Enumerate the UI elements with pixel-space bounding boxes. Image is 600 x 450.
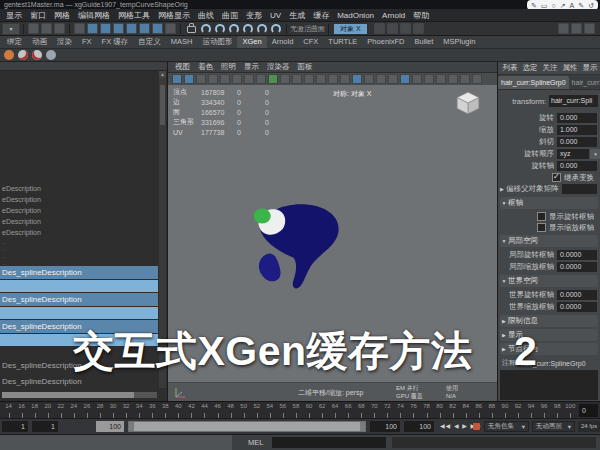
timeline-tick[interactable]: 24 [67, 402, 80, 419]
menuset-dropdown[interactable]: ▾ [2, 23, 20, 35]
viewport-toolbar-icon[interactable] [220, 74, 230, 84]
viewport-toolbar-icon[interactable] [292, 74, 302, 84]
viewport-toolbar-icon[interactable] [412, 74, 422, 84]
viewport-menu-item[interactable]: 面板 [294, 62, 317, 72]
shelf-tab[interactable]: 自定义 [133, 36, 166, 48]
fps-field[interactable]: 24 fps [578, 421, 600, 432]
viewport-toolbar-icon[interactable] [268, 74, 278, 84]
current-frame-field[interactable]: 0 [579, 404, 598, 417]
scene-cube-object[interactable] [455, 90, 481, 116]
viewport-menu-item[interactable]: 显示 [240, 62, 263, 72]
selection-mask-icon[interactable] [152, 23, 163, 34]
checkbox[interactable] [552, 173, 561, 182]
timeline-tick[interactable]: 66 [342, 402, 355, 419]
viewport-toolbar-icon[interactable] [376, 74, 386, 84]
selection-mask-icon[interactable] [165, 23, 176, 34]
menu-item[interactable]: Arnold [378, 11, 409, 20]
checkbox[interactable] [537, 223, 546, 232]
outliner-item[interactable]: eDescription [0, 216, 158, 227]
attribute-row[interactable]: 局部缩放枢轴 0.0000 [498, 261, 600, 273]
mel-command-input[interactable] [272, 437, 386, 448]
anim-layer-dropdown[interactable]: 无动画层▾ [532, 421, 575, 432]
lock-icon[interactable] [187, 26, 196, 33]
outliner-item[interactable]: … [0, 252, 158, 259]
timeline-tick[interactable]: 18 [28, 402, 41, 419]
render-icon[interactable] [413, 23, 424, 34]
attribute-row[interactable]: 显示旋转枢轴 [498, 211, 600, 222]
timeline-tick[interactable]: 36 [146, 402, 159, 419]
timeline-tick[interactable]: 46 [211, 402, 224, 419]
selection-mask-icon[interactable] [139, 23, 150, 34]
timeline-tick[interactable]: 82 [446, 402, 459, 419]
shelf-tool-icon[interactable] [46, 50, 56, 60]
timeline-tick[interactable]: 100 [564, 402, 577, 419]
viewport-toolbar-icon[interactable] [328, 74, 338, 84]
timeline-tick[interactable]: 38 [159, 402, 172, 419]
viewport-menu-item[interactable]: 视图 [171, 62, 194, 72]
timeline-tick[interactable]: 28 [93, 402, 106, 419]
viewport-toolbar-icon[interactable] [256, 74, 266, 84]
attribute-row[interactable]: 继承变换 [498, 172, 600, 183]
range-focus-field[interactable]: 100 [96, 421, 124, 432]
outliner-item[interactable]: … [0, 245, 158, 252]
ae-menu-item[interactable]: 属性 [560, 63, 580, 73]
viewport-toolbar-icon[interactable] [400, 74, 410, 84]
menu-item[interactable]: 曲线 [194, 10, 218, 21]
ae-node-tab[interactable]: hair_curr:SplineGrp0 [498, 76, 569, 89]
attribute-row[interactable]: 旋转顺序 xyz ▾ [498, 148, 600, 160]
attribute-row[interactable]: 旋转 0.000 [498, 112, 600, 124]
time-slider[interactable]: 1416182022242628303234363840424446485052… [0, 401, 600, 419]
viewport-toolbar-icon[interactable] [472, 74, 482, 84]
timeline-tick[interactable]: 80 [433, 402, 446, 419]
ae-menu-item[interactable]: 显示 [580, 63, 600, 73]
play-end-field[interactable]: 100 [370, 421, 400, 432]
menu-item[interactable]: 显示 [2, 10, 26, 21]
outliner-item[interactable]: eDescription [0, 227, 158, 238]
viewport-toolbar-icon[interactable] [172, 74, 182, 84]
attribute-row[interactable]: 旋转轴 0.000 [498, 160, 600, 172]
timeline-tick[interactable]: 30 [107, 402, 120, 419]
menu-item[interactable]: 网格工具 [114, 10, 154, 21]
attribute-row[interactable]: 缩放 1.000 [498, 124, 600, 136]
snap-magnet-icon[interactable] [201, 24, 211, 34]
snap-magnet-icon[interactable] [229, 24, 239, 34]
timeline-tick[interactable]: 48 [224, 402, 237, 419]
timeline-tick[interactable]: 20 [41, 402, 54, 419]
shelf-tab[interactable]: MASH [166, 36, 198, 48]
attribute-value-field[interactable]: 1.000 [557, 125, 597, 135]
timeline-tick[interactable]: 32 [120, 402, 133, 419]
viewport-toolbar-icon[interactable] [460, 74, 470, 84]
shelf-tab[interactable]: PhoenixFD [362, 36, 409, 48]
timeline-tick[interactable]: 14 [2, 402, 15, 419]
shelf-tab[interactable]: 运动图形 [197, 36, 237, 48]
symmetry-field[interactable]: 对象 X [334, 24, 367, 34]
ae-menu-item[interactable]: 选定 [520, 63, 540, 73]
open-scene-icon[interactable] [41, 23, 52, 34]
attribute-row[interactable]: ▼ 世界空间 [500, 275, 598, 287]
menu-item[interactable]: 生成 [285, 10, 309, 21]
ae-menu-item[interactable]: 关注 [540, 63, 560, 73]
viewport-toolbar-icon[interactable] [196, 74, 206, 84]
mel-label[interactable]: MEL [248, 438, 263, 447]
new-scene-icon[interactable] [28, 23, 39, 34]
save-scene-icon[interactable] [54, 23, 65, 34]
menu-item[interactable]: 窗口 [26, 10, 50, 21]
timeline-tick[interactable]: 22 [54, 402, 67, 419]
viewport-toolbar-icon[interactable] [424, 74, 434, 84]
timeline-tick[interactable]: 88 [485, 402, 498, 419]
timeline-tick[interactable]: 86 [472, 402, 485, 419]
snap-magnet-icon[interactable] [215, 24, 225, 34]
snap-magnet-icon[interactable] [243, 24, 253, 34]
outliner-item[interactable] [0, 71, 158, 183]
outliner-item[interactable]: Des_splineDescription [0, 293, 158, 306]
outliner-item[interactable]: Des_splineDescription [0, 266, 158, 279]
sidebar-toggle-icon[interactable] [584, 23, 595, 34]
timeline-tick[interactable]: 58 [289, 402, 302, 419]
outliner-item[interactable] [0, 280, 158, 292]
shelf-tab[interactable]: FX 缓存 [97, 36, 134, 48]
timeline-tick[interactable]: 90 [498, 402, 511, 419]
viewport-toolbar-icon[interactable] [340, 74, 350, 84]
viewport-toolbar-icon[interactable] [208, 74, 218, 84]
attribute-value-field[interactable]: 0.0000 [557, 262, 597, 272]
timeline-tick[interactable]: 74 [394, 402, 407, 419]
